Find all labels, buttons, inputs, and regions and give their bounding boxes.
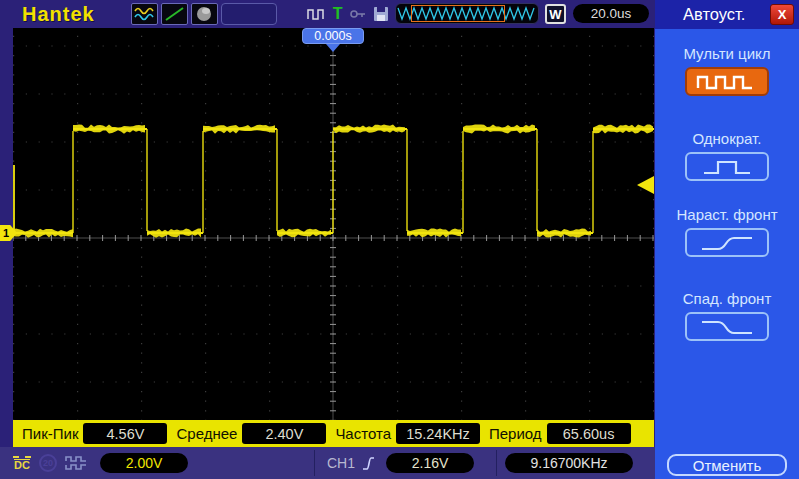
menu-item-label: Однократ. — [655, 130, 799, 147]
trigger-level-readout: 2.16V — [386, 453, 474, 473]
menu-item-label: Мульти цикл — [655, 45, 799, 62]
menu-item-single: Однократ. — [655, 130, 799, 181]
autoset-menu: Автоуст. X Мульти цикл Однократ. Нараст.… — [655, 0, 799, 479]
meas-value-pkpk: 4.56V — [83, 423, 167, 444]
waveform-preview-strip — [395, 3, 539, 24]
menu-item-label: Нараст. фронт — [655, 206, 799, 223]
waveform-channel-icon — [131, 3, 158, 25]
key-lock-icon — [349, 7, 367, 21]
oscilloscope-screen: Hantek T — [0, 0, 799, 479]
menu-item-multi-cycle: Мульти цикл — [655, 45, 799, 96]
volts-per-div-readout: 2.00V — [100, 453, 188, 473]
status-bar: DC 20 2.00V CH1 2.16V 9.16700KHz — [0, 447, 655, 479]
meas-label-freq: Частота — [335, 425, 391, 442]
meas-value-mean: 2.40V — [242, 423, 326, 444]
trigger-source-label: CH1 — [327, 455, 355, 471]
pulse-mode-icon — [306, 6, 326, 22]
divider — [496, 450, 497, 476]
menu-title: Автоуст. — [683, 5, 770, 24]
cancel-button[interactable]: Отменить — [667, 454, 787, 476]
meas-value-freq: 15.24KHz — [396, 423, 480, 444]
menu-title-bar: Автоуст. X — [655, 0, 799, 29]
menu-item-rising-edge: Нараст. фронт — [655, 206, 799, 257]
trigger-frequency-readout: 9.16700KHz — [505, 453, 633, 473]
square-wave-probe-icon — [65, 454, 89, 472]
rising-edge-trigger-icon — [362, 455, 375, 472]
single-pulse-icon — [694, 157, 760, 177]
rising-edge-button[interactable] — [685, 228, 769, 257]
horizontal-position-tab[interactable]: 0.000s — [302, 28, 364, 44]
multi-cycle-icon — [694, 72, 760, 92]
timebase-readout: 20.0us — [573, 4, 649, 23]
brand-logo: Hantek — [22, 3, 95, 26]
divider — [314, 450, 315, 476]
gray-blob-icon — [193, 5, 216, 23]
measurement-bar: Пик-Пик 4.56V Среднее 2.40V Частота 15.2… — [13, 420, 654, 447]
single-pulse-button[interactable] — [685, 152, 769, 181]
falling-edge-button[interactable] — [685, 312, 769, 341]
graticule-and-trace — [13, 28, 654, 448]
multi-cycle-button[interactable] — [685, 67, 769, 96]
meas-label-period: Период — [489, 425, 542, 442]
window-mode-badge: W — [545, 4, 566, 24]
bandwidth-limit-icon: 20 — [39, 454, 57, 472]
sine-waves-icon — [133, 5, 156, 23]
waveform-display: 0.000s 1 — [13, 28, 654, 448]
preview-selection-window[interactable] — [411, 5, 505, 22]
save-floppy-icon — [373, 6, 390, 22]
meas-value-period: 65.60us — [547, 423, 631, 444]
dc-coupling-icon: DC — [10, 456, 34, 471]
meas-label-pkpk: Пик-Пик — [22, 425, 78, 442]
menu-item-falling-edge: Спад. фронт — [655, 290, 799, 341]
menu-item-label: Спад. фронт — [655, 290, 799, 307]
trigger-t-icon: T — [333, 5, 343, 23]
empty-slot-box — [221, 3, 277, 25]
green-line-icon — [163, 5, 186, 23]
falling-edge-icon — [694, 317, 760, 337]
thumbnail-icon — [191, 3, 218, 25]
meas-label-mean: Среднее — [176, 425, 237, 442]
ramp-mode-icon — [161, 3, 188, 25]
close-icon[interactable]: X — [770, 4, 794, 25]
rising-edge-icon — [694, 233, 760, 253]
